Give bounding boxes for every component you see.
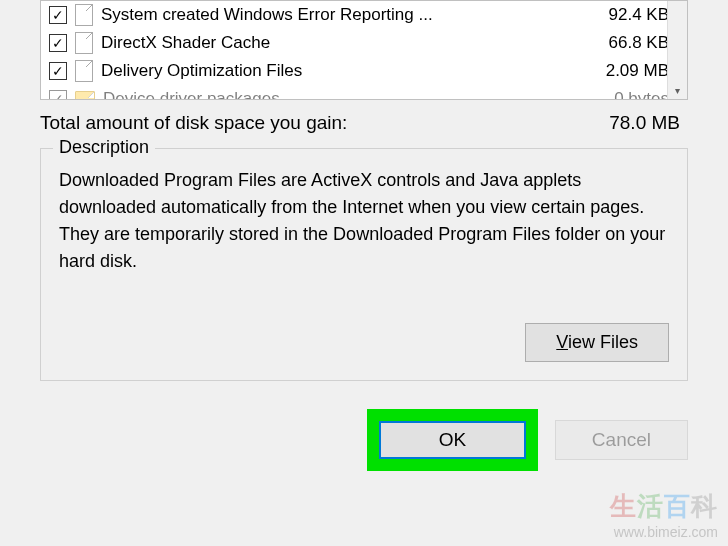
file-icon (75, 4, 93, 26)
file-row[interactable]: ✓ Device driver packages 0 bytes (41, 85, 687, 100)
file-list: ✓ System created Windows Error Reporting… (40, 0, 688, 100)
view-files-label: iew Files (568, 332, 638, 352)
file-size: 92.4 KB (579, 5, 679, 25)
file-size: 2.09 MB (579, 61, 679, 81)
file-row[interactable]: ✓ DirectX Shader Cache 66.8 KB (41, 29, 687, 57)
checkbox[interactable]: ✓ (49, 34, 67, 52)
file-icon (75, 32, 93, 54)
file-row[interactable]: ✓ Delivery Optimization Files 2.09 MB (41, 57, 687, 85)
file-name: DirectX Shader Cache (101, 33, 579, 53)
file-size: 66.8 KB (579, 33, 679, 53)
file-name: System created Windows Error Reporting .… (101, 5, 579, 25)
file-name: Delivery Optimization Files (101, 61, 579, 81)
total-label: Total amount of disk space you gain: (40, 112, 347, 134)
scroll-down-icon[interactable]: ▾ (668, 81, 687, 99)
ok-button[interactable]: OK (379, 421, 526, 459)
file-icon (75, 60, 93, 82)
file-size: 0 bytes (579, 89, 679, 100)
disk-cleanup-dialog: ✓ System created Windows Error Reporting… (0, 0, 728, 546)
scrollbar[interactable]: ▾ (667, 1, 687, 99)
description-text: Downloaded Program Files are ActiveX con… (59, 167, 669, 275)
ok-highlight: OK (367, 409, 538, 471)
file-name: Device driver packages (103, 89, 579, 100)
description-group: Description Downloaded Program Files are… (40, 148, 688, 381)
total-value: 78.0 MB (609, 112, 680, 134)
file-row[interactable]: ✓ System created Windows Error Reporting… (41, 1, 687, 29)
cancel-button[interactable]: Cancel (555, 420, 688, 460)
dialog-button-row: OK Cancel (0, 399, 728, 471)
view-files-button[interactable]: View Files (525, 323, 669, 362)
checkbox[interactable]: ✓ (49, 62, 67, 80)
checkbox[interactable]: ✓ (49, 90, 67, 100)
checkbox[interactable]: ✓ (49, 6, 67, 24)
description-title: Description (53, 137, 155, 158)
folder-icon (75, 91, 95, 100)
